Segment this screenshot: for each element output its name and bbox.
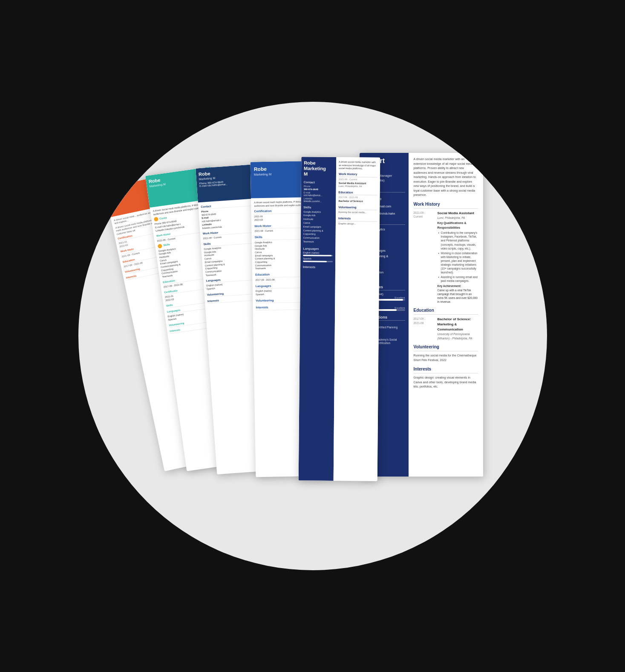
work-achievement-label: Key Achievement: xyxy=(438,284,461,287)
work-bullet-3: Assisting in running email and paid medi… xyxy=(441,276,478,282)
main-summary: A driven social media marketer with an e… xyxy=(414,157,478,198)
circle-background: Robert Marketing A driven social medi...… xyxy=(78,102,547,570)
edu-degree: Bachelor of Science: Marketing & Communi… xyxy=(438,317,478,332)
work-bullet-1: Contributing to the company's Instagram,… xyxy=(441,231,478,250)
resume-card-5: RobeMarketingM Contact Phone 360-674-664… xyxy=(298,157,380,481)
resume-stack: Robert Marketing A driven social medi...… xyxy=(121,144,504,528)
work-job-title: Social Media Assistant xyxy=(438,211,478,216)
edu-date: 2017-09 -2021-08 xyxy=(414,317,436,341)
work-bullet-2: Working in close collaboration with Mark… xyxy=(441,252,478,274)
edu-school: University of Pennsylvania (Wharton) - P… xyxy=(438,332,478,341)
interests-section-title: Interests xyxy=(414,366,478,373)
volunteering-text: Running the social media for the Cinemat… xyxy=(414,353,478,362)
work-key-resp-label: Key Qualifications & Responsibilities xyxy=(438,221,478,230)
work-date: 2021-09 -Current xyxy=(414,211,436,304)
work-section-title: Work History xyxy=(414,201,478,209)
card5-name: RobeMarketingM xyxy=(303,160,333,177)
work-achievement: Came up with a viral TikTok campaign tha… xyxy=(438,289,478,303)
scene: Robert Marketing A driven social medi...… xyxy=(0,0,625,672)
edu-section-title: Education xyxy=(414,307,478,315)
interests-text: Graphic design: creating visual elements… xyxy=(414,376,478,389)
volunteering-section-title: Volunteering xyxy=(414,344,478,351)
work-company: Lumi, Philadelphia, PA xyxy=(438,216,478,220)
